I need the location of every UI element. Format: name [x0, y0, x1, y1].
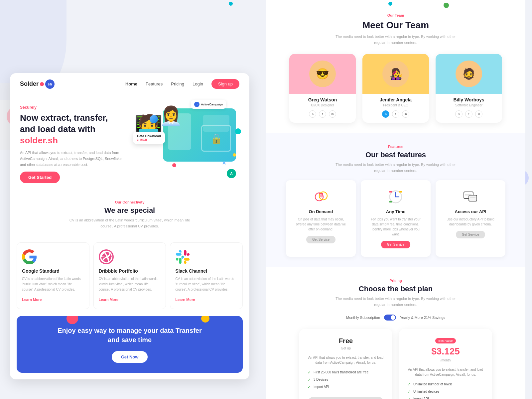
- api-btn[interactable]: Get Service: [456, 231, 485, 238]
- illus-dot-2: [233, 153, 236, 157]
- right-panel: Our Team Meet Our Team The media need to…: [266, 0, 525, 399]
- cta-banner: Enjoy easy way to manage your data Trans…: [17, 316, 243, 373]
- illus-green-a: A: [227, 169, 236, 178]
- greg-avatar: 😎: [309, 61, 336, 87]
- api-icon: [462, 189, 479, 205]
- billing-toggle[interactable]: [384, 315, 396, 321]
- dribbble-card-desc: CV is an abbreviation of the Latin words…: [99, 276, 161, 292]
- team-section: Our Team Meet Our Team The media need to…: [266, 0, 525, 133]
- jenifer-twitter[interactable]: 𝕏: [382, 110, 389, 118]
- free-plan-desc: An API that allows you to extract, trans…: [308, 355, 384, 365]
- google-card-link[interactable]: Learn More: [22, 298, 42, 302]
- slack-card-title: Slack Channel: [175, 268, 237, 274]
- api-title: Access our API: [442, 209, 499, 214]
- logo-dot: [40, 82, 44, 86]
- team-card-jenifer: 👩‍🎤 Jenifer Angela President & CEO 𝕏 f i…: [362, 54, 429, 123]
- pricing-toggle: Monthly Subscription Yearly & More 21% S…: [283, 315, 509, 321]
- on-demand-title: On Demand: [293, 209, 349, 214]
- billy-linkedin[interactable]: in: [475, 110, 482, 118]
- greg-avatar-bg: 😎: [289, 54, 356, 94]
- bg-dot-cyan: [229, 2, 233, 6]
- slack-icon: [175, 249, 190, 264]
- google-card-desc: CV is an abbreviation of the Latin words…: [22, 276, 84, 292]
- hero-brand: solder.sh: [20, 135, 58, 145]
- signup-button[interactable]: Sign up: [211, 79, 239, 89]
- greg-twitter[interactable]: 𝕏: [309, 110, 316, 118]
- free-feature-2: ✓ 3 Devices: [308, 377, 384, 382]
- monthly-label: Monthly Subscription: [346, 316, 380, 320]
- free-plan-card: Free Get up An API that allows you to ex…: [299, 329, 392, 399]
- hero-text: Securely Now extract, transfer, and load…: [20, 105, 126, 183]
- best-value-badge: Best Value: [435, 338, 456, 343]
- svg-rect-7: [399, 191, 402, 193]
- svg-point-4: [320, 194, 323, 198]
- google-card-title: Google Standard: [22, 268, 84, 274]
- nav-pricing[interactable]: Pricing: [171, 81, 184, 86]
- free-plan-name: Free: [308, 337, 384, 345]
- google-icon: [22, 249, 37, 264]
- billy-avatar-bg: 🧔: [436, 54, 502, 94]
- nav-home[interactable]: Home: [125, 81, 137, 86]
- jenifer-linkedin[interactable]: in: [402, 110, 409, 118]
- paid-plan-price: $3.125: [407, 346, 484, 357]
- features-cards: On Demand On jobs of data that may occur…: [283, 180, 509, 257]
- hero-cta-button[interactable]: Get Started: [20, 172, 60, 183]
- on-demand-desc: On jobs of data that may occur, offered …: [293, 217, 349, 232]
- cta-title: Enjoy easy way to manage your data Trans…: [27, 326, 233, 344]
- jenifer-avatar-bg: 👩‍🎤: [362, 54, 429, 94]
- team-card-billy: 🧔 Billy Worboys Software Engineer 𝕏 f in: [436, 54, 502, 123]
- pricing-section: Pricing Choose the best plan The media n…: [266, 267, 525, 399]
- greg-role: UI/UX Designer: [289, 103, 356, 107]
- slack-card-desc: CV is an abbreviation of the Latin words…: [175, 276, 237, 292]
- cta-dot-yellow: [201, 316, 209, 323]
- pricing-label: Pricing: [283, 279, 509, 283]
- dribbble-icon: [99, 249, 114, 264]
- team-title: Meet Our Team: [283, 20, 509, 31]
- data-download-card: Data Download 3.45GB: [133, 132, 165, 144]
- any-time-icon: [387, 189, 404, 205]
- nav-login[interactable]: Login: [193, 81, 203, 86]
- free-subscribe-btn[interactable]: Subscribe now: [308, 397, 384, 399]
- billy-facebook[interactable]: f: [465, 110, 472, 118]
- activecampaign-card: › ActiveCampaign: [191, 100, 226, 109]
- greg-facebook[interactable]: f: [319, 110, 326, 118]
- pricing-description: The media need to look better with a reg…: [329, 296, 462, 308]
- right-deco-green: [444, 3, 449, 8]
- pricing-cards: Free Get up An API that allows you to ex…: [283, 329, 509, 399]
- paid-feature-3: ✓ Import API: [407, 397, 484, 399]
- billy-socials: 𝕏 f in: [436, 110, 502, 118]
- nav-features[interactable]: Features: [146, 81, 163, 86]
- logo: Solder sh: [20, 79, 55, 89]
- team-card-greg: 😎 Greg Watson UI/UX Designer 𝕏 f in: [289, 54, 356, 123]
- connectivity-cards: Google Standard CV is an abbreviation of…: [10, 242, 249, 316]
- connectivity-desc: CV is an abbreviation of the Latin words…: [63, 217, 196, 229]
- connectivity-section: Our Connectivity We are special CV is an…: [10, 190, 249, 242]
- dribbble-card: Dribbble Portfolio CV is an abbreviation…: [93, 242, 166, 309]
- left-panel: Solder sh Home Features Pricing Login Si…: [10, 73, 249, 379]
- any-time-btn[interactable]: Get Service: [381, 241, 410, 248]
- slack-card: Slack Channel CV is an abbreviation of t…: [170, 242, 243, 309]
- google-card: Google Standard CV is an abbreviation of…: [17, 242, 89, 309]
- navbar: Solder sh Home Features Pricing Login Si…: [10, 73, 249, 95]
- on-demand-btn[interactable]: Get Service: [306, 236, 335, 243]
- nav-links: Home Features Pricing Login Sign up: [125, 79, 239, 89]
- jenifer-facebook[interactable]: f: [392, 110, 399, 118]
- paid-plan-desc: An API that allows you to extract, trans…: [407, 367, 484, 377]
- jenifer-role: President & CEO: [362, 103, 429, 107]
- logo-text: Solder: [20, 80, 39, 87]
- dribbble-card-title: Dribbble Portfolio: [99, 268, 161, 274]
- cta-dot-pink: [66, 316, 78, 324]
- hero-description: An API that allows you to extract, trans…: [20, 150, 126, 168]
- ac-icon: ›: [194, 102, 200, 107]
- illus-circle-1: [150, 115, 158, 123]
- illus-x: ✕: [222, 160, 226, 166]
- billy-twitter[interactable]: 𝕏: [455, 110, 463, 118]
- free-feature-1: ✓ First 25.000 rows transferred are free…: [308, 370, 384, 375]
- billy-avatar: 🧔: [456, 61, 482, 87]
- dribbble-card-link[interactable]: Learn More: [99, 298, 118, 302]
- greg-linkedin[interactable]: in: [329, 110, 336, 118]
- cta-button[interactable]: Get Now: [112, 351, 148, 363]
- features-description: The media need to look better with a reg…: [329, 162, 462, 174]
- slack-card-link[interactable]: Learn More: [175, 298, 195, 302]
- greg-name: Greg Watson: [289, 97, 356, 102]
